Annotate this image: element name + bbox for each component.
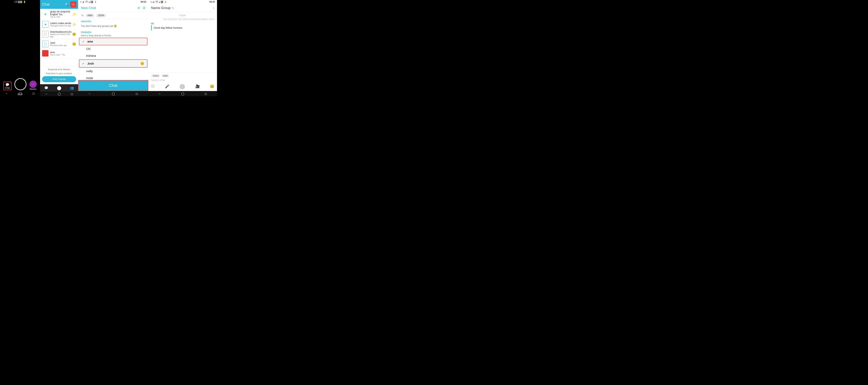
recents-btn-4[interactable]: ◻	[205, 92, 207, 95]
menu-button[interactable]: ☰	[143, 6, 146, 10]
android-nav-3: ← ◯ ◻	[78, 91, 148, 96]
chat-item[interactable]: ama Tap to view · Thu	[40, 49, 78, 58]
mic-button[interactable]: 🎤	[165, 84, 169, 89]
status-bar-4: ⊙ 🔊 ⏰ ▲ ▌▌ 🔋 09:31	[148, 0, 217, 4]
check-placeholder-irishana: ✔	[81, 54, 84, 57]
friends-section-label: FRIENDS	[78, 29, 148, 34]
recents-btn-3[interactable]: ◻	[136, 92, 138, 95]
chat-info-ama: ama Tap to view · Thu	[50, 51, 76, 56]
avatar-grupo: ➤	[42, 11, 49, 18]
chat-sub-letters: Changed name 5m ago	[50, 25, 72, 27]
groups-section-label: GROUPS	[78, 19, 148, 24]
chat-name-josh: Josh	[50, 41, 72, 44]
video-button[interactable]: 🎥	[195, 84, 200, 89]
chat-tab-icon[interactable]: 💬	[44, 86, 48, 90]
send-chat-placeholder[interactable]: Send a chat	[151, 79, 214, 82]
chat-item[interactable]: ☐ Josh Received 19m ago 😊	[40, 39, 78, 49]
lte-icon: LTE	[14, 1, 18, 3]
group-chat-header: Name Group ✎ ›	[148, 4, 217, 12]
status-bar-3: ⊙ 🔊 ⏰ ▲ ▌▌ 🔋 09:52	[78, 0, 148, 4]
back-btn-2[interactable]: ←	[45, 92, 48, 95]
message-row: ME Good day fellow humans	[151, 23, 214, 30]
panel-chat-list: Chat 🔍 + ➤ grupo de snapchat English Too…	[40, 0, 78, 96]
friend-item-mstar[interactable]: ✔ mstar	[78, 75, 148, 80]
new-chat-title: New Chat	[81, 6, 96, 10]
stories-nav-button[interactable]: ⋯ Stories	[29, 81, 37, 90]
to-chip-josh[interactable]: JOSH	[96, 13, 106, 17]
friend-item-chl[interactable]: ✔ Chl	[78, 46, 148, 52]
check-placeholder-chl: ✔	[81, 47, 84, 51]
capture-button[interactable]	[14, 78, 26, 90]
friend-item-josh[interactable]: ✔ Josh 😊	[79, 59, 148, 67]
new-chat-header: New Chat ✕ ☰	[78, 4, 148, 12]
image-button[interactable]: 🖼	[151, 84, 155, 88]
panel-group-chat: ⊙ 🔊 ⏰ ▲ ▌▌ 🔋 09:31 Name Group ✎ › TODAY …	[148, 0, 217, 96]
capture-circle-button[interactable]: ⬤	[179, 83, 185, 89]
forward-button[interactable]: ›	[213, 6, 214, 10]
recipient-chip-josh: JOSH	[151, 74, 160, 78]
home-btn-1[interactable]: ◯	[19, 92, 22, 95]
chat-info-josh: Josh Received 19m ago	[50, 41, 72, 47]
android-nav-4: ← ◯ ◻	[148, 91, 217, 96]
friend-name-mstar: mstar	[86, 77, 146, 80]
friend-name-irishana: irishana	[86, 54, 146, 57]
search-button[interactable]: 🔍	[65, 3, 69, 6]
home-btn-4[interactable]: ◯	[181, 92, 184, 95]
friends-tab-icon[interactable]: 👥	[70, 86, 74, 90]
friend-item-melly[interactable]: ✔ melly	[78, 68, 148, 75]
chat-icon: 💬	[5, 83, 9, 87]
avatar-ama	[42, 50, 49, 57]
compose-button[interactable]: +	[70, 2, 76, 7]
to-chip-ama[interactable]: AMA	[85, 13, 95, 17]
find-friends-button[interactable]: Find Friends	[42, 76, 76, 82]
chat-nav-label: Chat	[5, 87, 10, 89]
chat-nav-button[interactable]: 💬 Chat	[3, 82, 11, 90]
status-left-3: ⊙ 🔊 ⏰ ▲ ▌▌ 🔋	[80, 1, 97, 3]
emoji-button[interactable]: 😊	[210, 84, 214, 89]
home-btn-2[interactable]: ◯	[58, 92, 61, 95]
check-placeholder-melly: ✔	[81, 69, 84, 73]
sender-label: ME	[151, 23, 184, 25]
friend-name-chl: Chl	[86, 47, 146, 51]
to-bar: To: AMA JOSH	[78, 12, 148, 19]
time-display-3: 09:52	[141, 1, 146, 3]
system-message: YOU CREATED THE GROUP AND ADDED AMA & JO…	[151, 18, 214, 21]
find-friends-section: Snapchat is for friends. Find them in yo…	[40, 66, 78, 84]
panel-home: LTE ▌▌▌ 🔋 09:20 ⚡× 👻 📷 💬 Chat ⋯ Stories …	[0, 0, 40, 96]
bottom-nav-1: 💬 Chat ⋯ Stories	[0, 78, 40, 90]
friend-item-ama[interactable]: ✔ ama	[79, 38, 148, 45]
chat-name-downloadsource: Downloadsource.Es	[50, 30, 72, 33]
friend-name-melly: melly	[86, 69, 146, 73]
group-chat-title: Name Group ✎	[151, 6, 174, 10]
chat-item[interactable]: ➤ grupo de snapchat English Too Tap to c…	[40, 9, 78, 20]
back-btn-1[interactable]: ←	[5, 92, 8, 95]
chat-header-icons: 🔍 +	[65, 2, 76, 7]
camera-tab-icon[interactable]: ⬤	[57, 85, 61, 90]
recents-btn-2[interactable]: ◻	[71, 92, 73, 95]
no-groups-text: You don't have any groups yet 😱	[78, 24, 148, 29]
compose-icon: +	[72, 3, 74, 6]
friend-name-ama: ama	[87, 40, 144, 43]
status-left-4: ⊙ 🔊 ⏰ ▲ ▌▌ 🔋	[150, 1, 167, 3]
chat-action-button[interactable]: Chat	[78, 80, 148, 91]
recipient-chips-row: JOSH AMA	[151, 74, 214, 78]
chat-info-downloadsource: Downloadsource.Es Added as a friend 19m …	[50, 30, 72, 38]
avatar-letters: ➤	[42, 21, 49, 27]
chat-list-title: Chat	[42, 2, 50, 7]
chat-name-ama: ama	[50, 51, 76, 54]
to-label: To:	[81, 14, 84, 17]
chat-emoji-letters: ✨	[72, 23, 76, 26]
back-btn-4[interactable]: ←	[158, 92, 161, 95]
icons-status-3: ⊙ 🔊 ⏰ ▲ ▌▌ 🔋	[80, 1, 97, 3]
close-button[interactable]: ✕	[137, 6, 140, 10]
chat-item[interactable]: ➤ Letters make words Changed name 5m ago…	[40, 20, 78, 29]
home-btn-3[interactable]: ◯	[112, 92, 115, 95]
message-content: ME Good day fellow humans	[151, 23, 184, 30]
chat-item[interactable]: ☐ Downloadsource.Es Added as a friend 19…	[40, 29, 78, 39]
recents-btn-1[interactable]: ◻	[32, 92, 35, 95]
chat-info-grupo: grupo de snapchat English Too Tap to cha…	[50, 10, 72, 18]
chat-emoji-grupo: ✨	[72, 12, 76, 16]
back-btn-3[interactable]: ←	[88, 92, 91, 95]
edit-icon[interactable]: ✎	[172, 6, 174, 10]
friend-item-irishana[interactable]: ✔ irishana	[78, 52, 148, 59]
